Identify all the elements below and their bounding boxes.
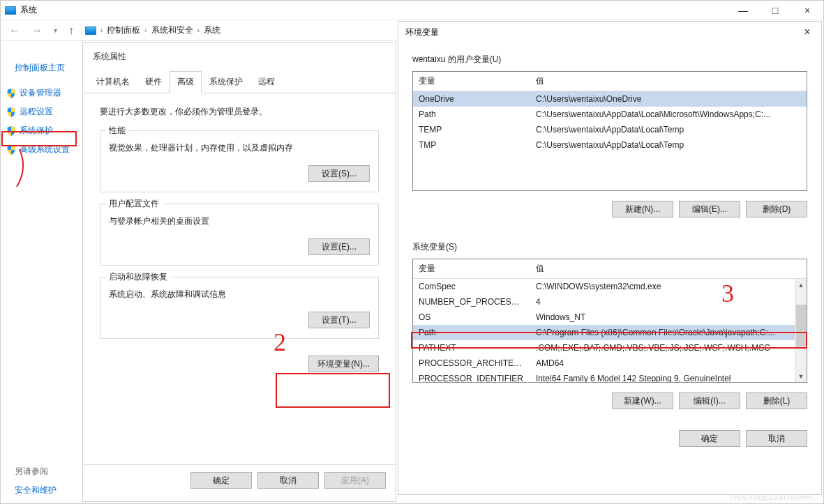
- ok-button[interactable]: 确定: [190, 472, 252, 489]
- chevron-right-icon[interactable]: ›: [144, 26, 147, 34]
- var-name: Path: [413, 325, 530, 340]
- col-variable[interactable]: 变量: [413, 259, 530, 278]
- var-name: PATHEXT: [413, 340, 530, 356]
- group-desc: 视觉效果，处理器计划，内存使用，以及虚拟内存: [109, 142, 370, 154]
- edit-user-var-button[interactable]: 编辑(E)...: [679, 201, 740, 217]
- sidebar-item-label: 远程设置: [20, 106, 53, 118]
- footer-title: 另请参阅: [15, 466, 57, 478]
- col-value[interactable]: 值: [530, 72, 807, 91]
- var-name: PROCESSOR_IDENTIFIER: [413, 371, 530, 383]
- environment-variables-dialog: 环境变量 × wentaixu 的用户变量(U) 变量 值 OneDriveC:…: [398, 21, 822, 495]
- breadcrumb-icon: [85, 26, 96, 35]
- tab-body-advanced: 要进行大多数更改，你必须作为管理员登录。 性能视觉效果，处理器计划，内存使用，以…: [83, 93, 396, 397]
- cancel-button[interactable]: 取消: [257, 472, 319, 489]
- tab[interactable]: 硬件: [137, 71, 170, 93]
- col-variable[interactable]: 变量: [413, 72, 530, 91]
- table-row[interactable]: OneDriveC:\Users\wentaixu\OneDrive: [413, 91, 807, 107]
- breadcrumb-item[interactable]: 控制面板: [107, 24, 140, 36]
- table-header: 变量 值: [413, 72, 807, 91]
- recent-dropdown[interactable]: ▾: [51, 26, 60, 34]
- table-row[interactable]: ComSpecC:\WINDOWS\system32\cmd.exe: [413, 279, 807, 294]
- settings-group: 用户配置文件与登录帐户相关的桌面设置设置(E)...: [100, 204, 379, 266]
- sidebar-title[interactable]: 控制面板主页: [1, 58, 83, 84]
- env-dialog-title: 环境变量: [405, 26, 439, 38]
- forward-button[interactable]: →: [29, 24, 45, 37]
- group-title: 启动和故障恢复: [106, 271, 170, 283]
- settings-button[interactable]: 设置(S)...: [308, 165, 370, 182]
- table-row[interactable]: PROCESSOR_IDENTIFIERIntel64 Family 6 Mod…: [413, 371, 807, 383]
- new-user-var-button[interactable]: 新建(N)...: [612, 201, 673, 217]
- up-button[interactable]: ↑: [66, 24, 77, 37]
- chevron-right-icon[interactable]: ›: [100, 26, 103, 34]
- cancel-button[interactable]: 取消: [746, 430, 807, 447]
- var-value: .COM;.EXE;.BAT;.CMD;.VBS;.VBE;.JS;.JSE;.…: [530, 340, 807, 356]
- delete-user-var-button[interactable]: 删除(D): [746, 201, 807, 217]
- col-value[interactable]: 值: [530, 259, 807, 278]
- settings-button[interactable]: 设置(T)...: [308, 312, 370, 328]
- sidebar-footer: 另请参阅 安全和维护: [15, 466, 57, 496]
- apply-button[interactable]: 应用(A): [324, 472, 386, 489]
- scroll-up-icon[interactable]: ▲: [795, 279, 807, 291]
- delete-sys-var-button[interactable]: 删除(L): [746, 392, 807, 409]
- settings-group: 性能视觉效果，处理器计划，内存使用，以及虚拟内存设置(S)...: [100, 130, 379, 192]
- var-value: 4: [530, 294, 807, 310]
- table-row[interactable]: PathC:\Program Files (x86)\Common Files\…: [413, 325, 807, 340]
- settings-button[interactable]: 设置(E)...: [308, 238, 370, 255]
- scrollbar-thumb[interactable]: [796, 305, 807, 346]
- table-header: 变量 值: [413, 259, 807, 279]
- maximize-button[interactable]: □: [759, 1, 791, 20]
- table-row[interactable]: TMPC:\Users\wentaixu\AppData\Local\Temp: [413, 137, 807, 153]
- breadcrumb-item[interactable]: 系统和安全: [151, 24, 193, 36]
- close-button[interactable]: ×: [791, 1, 823, 20]
- table-row[interactable]: NUMBER_OF_PROCESSORS4: [413, 294, 807, 310]
- window-controls: — □ ×: [727, 1, 823, 20]
- sidebar-item[interactable]: 系统保护: [1, 121, 83, 140]
- sidebar-item[interactable]: 设备管理器: [1, 84, 83, 102]
- table-row[interactable]: PROCESSOR_ARCHITECT...AMD64: [413, 356, 807, 371]
- user-vars-buttons: 新建(N)... 编辑(E)... 删除(D): [412, 191, 807, 227]
- scrollbar[interactable]: ▲ ▼: [795, 279, 807, 382]
- dialog-title: 系统属性: [83, 43, 396, 71]
- sidebar-item-label: 系统保护: [20, 125, 53, 137]
- shield-icon: [6, 88, 16, 99]
- var-name: Path: [413, 107, 530, 122]
- watermark: https://blog.csdn.net/wei...: [730, 493, 818, 501]
- sidebar-item[interactable]: 高级系统设置: [1, 140, 83, 159]
- sidebar-item[interactable]: 远程设置: [1, 102, 83, 121]
- ok-button[interactable]: 确定: [679, 430, 740, 447]
- chevron-right-icon[interactable]: ›: [197, 26, 200, 34]
- var-name: TMP: [413, 137, 530, 153]
- footer-link[interactable]: 安全和维护: [15, 484, 57, 496]
- back-button[interactable]: ←: [6, 24, 23, 37]
- window-title: 系统: [20, 4, 37, 16]
- minimize-button[interactable]: —: [727, 1, 759, 20]
- sys-vars-buttons: 新建(W)... 编辑(I)... 删除(L): [412, 383, 807, 419]
- table-row[interactable]: TEMPC:\Users\wentaixu\AppData\Local\Temp: [413, 122, 807, 137]
- var-name: ComSpec: [413, 279, 530, 294]
- table-row[interactable]: PathC:\Users\wentaixu\AppData\Local\Micr…: [413, 107, 807, 122]
- table-row[interactable]: PATHEXT.COM;.EXE;.BAT;.CMD;.VBS;.VBE;.JS…: [413, 340, 807, 356]
- tab[interactable]: 远程: [250, 71, 283, 93]
- new-sys-var-button[interactable]: 新建(W)...: [612, 392, 673, 409]
- sidebar-item-label: 高级系统设置: [20, 144, 70, 155]
- breadcrumb-item[interactable]: 系统: [204, 24, 220, 36]
- tab[interactable]: 高级: [170, 71, 202, 93]
- scroll-down-icon[interactable]: ▼: [795, 370, 807, 382]
- sidebar: 控制面板主页 设备管理器远程设置系统保护高级系统设置 另请参阅 安全和维护: [1, 41, 83, 503]
- var-name: NUMBER_OF_PROCESSORS: [413, 294, 530, 310]
- var-value: C:\Users\wentaixu\AppData\Local\Microsof…: [530, 107, 807, 122]
- edit-sys-var-button[interactable]: 编辑(I)...: [679, 392, 740, 409]
- group-desc: 与登录帐户相关的桌面设置: [109, 215, 370, 227]
- group-title: 性能: [106, 125, 128, 137]
- tab[interactable]: 系统保护: [202, 71, 250, 93]
- user-vars-table[interactable]: 变量 值 OneDriveC:\Users\wentaixu\OneDriveP…: [412, 71, 807, 191]
- dialog-buttons: 确定 取消 应用(A): [83, 464, 396, 496]
- table-row[interactable]: OSWindows_NT: [413, 310, 807, 325]
- tab[interactable]: 计算机名: [89, 71, 137, 93]
- group-title: 用户配置文件: [106, 198, 162, 210]
- close-button[interactable]: ×: [793, 22, 821, 43]
- sys-vars-section: 系统变量(S) 变量 值 ComSpecC:\WINDOWS\system32\…: [398, 230, 821, 422]
- environment-variables-button[interactable]: 环境变量(N)...: [308, 356, 379, 372]
- var-value: C:\Users\wentaixu\AppData\Local\Temp: [530, 137, 807, 153]
- sys-vars-table[interactable]: 变量 值 ComSpecC:\WINDOWS\system32\cmd.exeN…: [412, 259, 807, 383]
